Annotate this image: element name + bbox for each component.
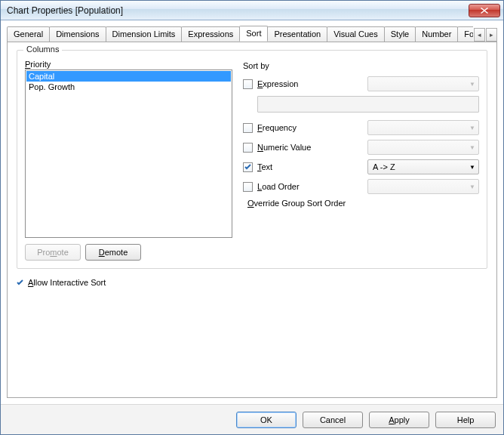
tab-dimensions[interactable]: Dimensions: [49, 26, 106, 42]
override-row: Override Group Sort Order: [243, 199, 479, 208]
frequency-checkbox[interactable]: [243, 123, 253, 133]
priority-listbox[interactable]: Capital Pop. Growth: [25, 69, 232, 238]
frequency-label: Frequency: [257, 123, 363, 132]
expression-label: Expression: [257, 79, 363, 88]
sort-row-numeric: Numeric Value ▼: [243, 140, 479, 155]
priority-label: Priority: [25, 60, 232, 69]
expression-order-combo[interactable]: ▼: [367, 76, 479, 91]
tab-general[interactable]: General: [7, 26, 50, 42]
frequency-order-combo[interactable]: ▼: [367, 120, 479, 135]
close-icon: [481, 8, 488, 14]
close-button[interactable]: [469, 4, 500, 17]
text-label: Text: [257, 162, 363, 171]
loadorder-order-combo[interactable]: ▼: [367, 179, 479, 194]
tab-strip: General Dimensions Dimension Limits Expr…: [7, 25, 497, 42]
list-item[interactable]: Pop. Growth: [26, 82, 231, 92]
tab-presentation[interactable]: Presentation: [267, 26, 327, 42]
tab-font[interactable]: Font: [457, 26, 473, 42]
dialog-window: Chart Properties [Population] General Di…: [0, 0, 504, 435]
text-checkbox[interactable]: [243, 162, 253, 172]
override-label: Override Group Sort Order: [247, 199, 346, 208]
sortby-label: Sort by: [243, 61, 479, 70]
numeric-label: Numeric Value: [257, 143, 363, 152]
window-title: Chart Properties [Population]: [7, 5, 469, 16]
priority-column: Priority Capital Pop. Growth Promote Dem…: [25, 60, 232, 261]
demote-button[interactable]: Demote: [85, 244, 141, 261]
promote-button[interactable]: Promote: [25, 244, 81, 261]
text-order-combo[interactable]: A -> Z▼: [367, 159, 479, 174]
tab-panel-sort: Columns Priority Capital Pop. Growth Pro…: [7, 42, 497, 398]
dialog-footer: OK Cancel Apply Help: [1, 404, 503, 434]
expression-input[interactable]: [257, 96, 479, 113]
columns-legend: Columns: [23, 45, 62, 54]
tab-expressions[interactable]: Expressions: [181, 26, 240, 42]
numeric-order-combo[interactable]: ▼: [367, 140, 479, 155]
sort-row-frequency: Frequency ▼: [243, 120, 479, 135]
sort-row-text: Text A -> Z▼: [243, 159, 479, 174]
tab-scroll-left[interactable]: ◂: [474, 28, 485, 42]
tab-style[interactable]: Style: [384, 26, 416, 42]
allow-interactive-label: Allow Interactive Sort: [28, 278, 106, 287]
tab-dimension-limits[interactable]: Dimension Limits: [106, 26, 183, 42]
help-button[interactable]: Help: [435, 412, 496, 428]
cancel-button[interactable]: Cancel: [303, 412, 363, 428]
tabs: General Dimensions Dimension Limits Expr…: [7, 26, 473, 42]
loadorder-checkbox[interactable]: [243, 182, 253, 192]
sortby-column: Sort by Expression ▼ Frequency ▼: [243, 60, 479, 261]
ok-button[interactable]: OK: [236, 412, 297, 428]
sort-row-expression: Expression ▼: [243, 76, 479, 91]
numeric-checkbox[interactable]: [243, 143, 253, 153]
allow-interactive-checkbox[interactable]: [17, 279, 23, 286]
expression-checkbox[interactable]: [243, 79, 253, 89]
content-area: General Dimensions Dimension Limits Expr…: [1, 20, 503, 404]
columns-group: Columns Priority Capital Pop. Growth Pro…: [17, 50, 487, 269]
apply-button[interactable]: Apply: [369, 412, 429, 428]
sort-row-loadorder: Load Order ▼: [243, 179, 479, 194]
tab-number[interactable]: Number: [415, 26, 458, 42]
tab-sort[interactable]: Sort: [239, 26, 268, 42]
tab-visual-cues[interactable]: Visual Cues: [327, 26, 385, 42]
list-item[interactable]: Capital: [26, 71, 231, 82]
allow-interactive-row: Allow Interactive Sort: [17, 278, 487, 287]
tab-scroll-right[interactable]: ▸: [486, 28, 497, 42]
loadorder-label: Load Order: [257, 182, 363, 191]
titlebar[interactable]: Chart Properties [Population]: [1, 1, 503, 20]
